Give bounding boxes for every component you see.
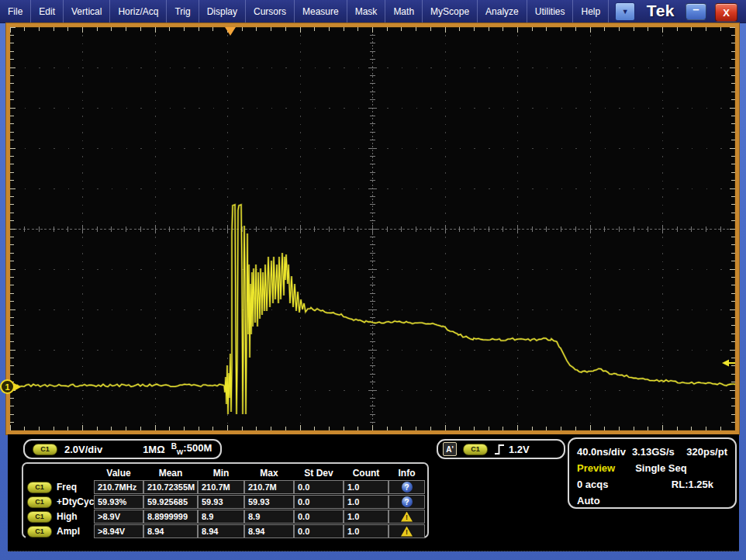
menu-item-measure[interactable]: Measure	[295, 0, 347, 22]
measurement-max: 210.7M	[244, 480, 294, 494]
menu-item-help[interactable]: Help	[573, 0, 609, 22]
menu-dropdown-button[interactable]: ▼	[615, 2, 635, 21]
waveform-plot	[10, 27, 735, 430]
measurement-info-cell[interactable]: ?	[389, 495, 425, 509]
measurement-name: +DtyCyc	[57, 496, 94, 507]
close-button[interactable]: X	[715, 3, 737, 22]
menu-item-horiz-acq[interactable]: Horiz/Acq	[110, 0, 167, 22]
trigger-channel-badge: C1	[463, 444, 488, 455]
info-question-icon[interactable]: ?	[402, 496, 413, 507]
channel1-readout[interactable]: C1 2.0V/div 1MΩ BW:500M	[23, 439, 222, 459]
column-header-mean: Mean	[143, 465, 198, 480]
menu-item-display[interactable]: Display	[199, 0, 246, 22]
menu-item-cursors[interactable]: Cursors	[246, 0, 295, 22]
warning-triangle-icon[interactable]: !	[401, 512, 413, 522]
measurement-label: C1Ampl	[26, 524, 94, 538]
measurement-min: 210.7M	[198, 480, 244, 494]
trigger-mode: Auto	[577, 495, 600, 506]
trigger-source-badge: A'	[443, 442, 457, 456]
horizontal-scale: 40.0ns/div	[577, 446, 626, 458]
menu-item-mask[interactable]: Mask	[347, 0, 386, 22]
channel1-position-marker[interactable]: 1	[0, 379, 21, 394]
measurement-label: C1Freq	[26, 480, 94, 494]
table-corner	[26, 465, 94, 480]
measurement-min: 59.93	[198, 495, 244, 509]
menu-item-myscope[interactable]: MyScope	[423, 0, 478, 22]
trigger-level: 1.2V	[509, 444, 530, 455]
menu-item-analyze[interactable]: Analyze	[478, 0, 527, 22]
close-icon: X	[723, 7, 730, 19]
record-length: RL:1.25k	[672, 479, 713, 490]
channel1-number: 1	[0, 379, 15, 394]
column-header-value: Value	[94, 465, 143, 480]
chevron-down-icon: ▼	[622, 8, 629, 16]
graticule-frame	[6, 23, 739, 434]
measurement-stdev: 0.0	[294, 495, 344, 509]
info-question-icon[interactable]: ?	[402, 482, 413, 493]
measurement-stdev: 0.0	[294, 480, 344, 494]
measurement-max: 8.9	[244, 510, 294, 524]
measurement-info-cell[interactable]: !	[389, 524, 425, 538]
measurement-min: 8.94	[198, 524, 244, 538]
measurement-mean: 8.94	[143, 524, 198, 538]
measurement-table: ValueMeanMinMaxSt DevCountInfoC1Freq210.…	[22, 462, 429, 538]
measurement-stdev: 0.0	[294, 524, 344, 538]
measurement-name: Ampl	[57, 526, 80, 537]
minimize-button[interactable]: –	[686, 3, 706, 20]
bandwidth-readout: BW:500M	[171, 442, 212, 456]
channel-badge: C1	[27, 496, 52, 508]
measurement-value: 59.93%	[94, 495, 143, 509]
measurement-name: High	[57, 511, 78, 522]
acquisition-count: 0 acqs	[577, 479, 608, 490]
measurement-label: C1High	[26, 510, 94, 524]
column-header-count: Count	[344, 465, 389, 480]
vertical-scale: 2.0V/div	[64, 444, 102, 455]
measurement-label: C1+DtyCyc	[26, 495, 94, 509]
rising-edge-icon	[494, 443, 505, 456]
measurement-count: 1.0	[344, 480, 389, 494]
channel-badge: C1	[27, 511, 52, 523]
measurement-value: 210.7MHz	[94, 480, 143, 494]
measurement-mean: 210.72355M	[143, 480, 198, 494]
menu-item-trig[interactable]: Trig	[167, 0, 199, 22]
sample-rate: 3.13GS/s	[632, 446, 675, 458]
measurement-mean: 59.925685	[143, 495, 198, 509]
resolution: 320ps/pt	[686, 446, 727, 458]
measurement-count: 1.0	[344, 495, 389, 509]
tek-logo: Tek	[647, 2, 675, 20]
column-header-info: Info	[389, 465, 425, 480]
menu-item-math[interactable]: Math	[385, 0, 423, 22]
measurement-max: 8.94	[244, 524, 294, 538]
menu-item-file[interactable]: File	[0, 0, 31, 22]
menu-item-edit[interactable]: Edit	[31, 0, 64, 22]
column-header-st-dev: St Dev	[294, 465, 344, 480]
measurement-count: 1.0	[344, 510, 389, 524]
column-header-min: Min	[198, 465, 244, 480]
measurement-value: >8.9V	[94, 510, 143, 524]
menu-item-utilities[interactable]: Utilities	[527, 0, 574, 22]
minimize-icon: –	[692, 5, 699, 13]
acquisition-mode: Single Seq	[635, 462, 686, 474]
trigger-level-arrow[interactable]	[721, 357, 735, 371]
channel1-badge: C1	[33, 444, 57, 455]
trigger-readout[interactable]: A' C1 1.2V	[437, 439, 565, 459]
measurement-max: 59.93	[244, 495, 294, 509]
preview-status: Preview	[577, 462, 615, 474]
measurement-info-cell[interactable]: !	[389, 510, 425, 524]
channel-badge: C1	[27, 526, 52, 538]
measurement-stdev: 0.0	[294, 510, 344, 524]
measurement-value: >8.94V	[94, 524, 143, 538]
warning-triangle-icon[interactable]: !	[401, 527, 413, 537]
measurement-name: Freq	[57, 482, 77, 493]
measurement-mean: 8.8999999	[143, 510, 198, 524]
horizontal-readout[interactable]: 40.0ns/div 3.13GS/s 320ps/pt Preview Sin…	[568, 437, 737, 509]
readout-panel: C1 2.0V/div 1MΩ BW:500M A' C1 1.2V 40.0n…	[8, 434, 739, 551]
input-impedance: 1MΩ	[143, 444, 164, 455]
menu-bar: FileEditVerticalHoriz/AcqTrigDisplayCurs…	[0, 0, 746, 23]
measurement-min: 8.9	[198, 510, 244, 524]
channel1-arrow-icon	[14, 383, 21, 391]
menu-item-vertical[interactable]: Vertical	[64, 0, 110, 22]
channel-badge: C1	[27, 482, 52, 493]
trigger-position-marker[interactable]	[225, 27, 236, 36]
measurement-info-cell[interactable]: ?	[389, 480, 425, 494]
